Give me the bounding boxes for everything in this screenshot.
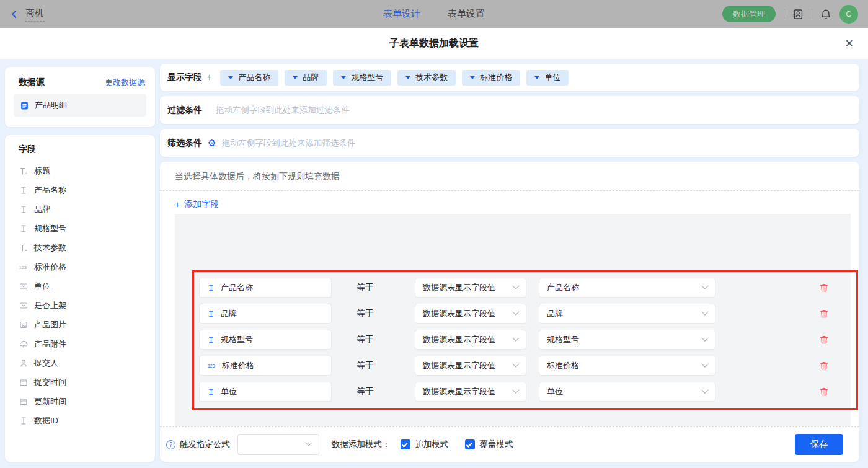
chevron-down-icon	[228, 76, 233, 79]
add-display-field-button[interactable]: +	[206, 72, 212, 83]
tab-form-design[interactable]: 表单设计	[383, 8, 420, 20]
field-item-spec-model[interactable]: 规格型号	[5, 219, 155, 238]
rule-field-input[interactable]: 123 标准价格	[199, 356, 332, 376]
screen-drop-placeholder[interactable]: 拖动左侧字段到此处来添加筛选条件	[221, 138, 355, 149]
select-field-icon	[19, 301, 28, 310]
chip-brand[interactable]: 品牌	[285, 70, 327, 86]
number-field-icon: 123	[19, 263, 28, 272]
field-item-update-time[interactable]: 更新时间	[5, 392, 155, 411]
field-item-submitter[interactable]: 提交人	[5, 353, 155, 373]
field-item-product-name[interactable]: 产品名称	[5, 180, 155, 200]
save-button[interactable]: 保存	[795, 434, 843, 455]
text-field-icon	[207, 310, 215, 318]
contacts-icon[interactable]	[792, 9, 804, 20]
field-item-on-shelf[interactable]: 是否上架	[5, 296, 155, 315]
delete-rule-trash-icon[interactable]	[819, 309, 829, 319]
datasource-panel-title: 数据源	[19, 77, 45, 88]
plus-icon: +	[175, 200, 180, 210]
rule-row: 123 标准价格 等于 数据源表显示字段值 标准价格	[194, 353, 856, 379]
text-field-icon	[19, 205, 28, 214]
overwrite-mode-checkbox[interactable]: 覆盖模式	[465, 439, 513, 450]
delete-rule-trash-icon[interactable]	[819, 335, 829, 345]
append-mode-checkbox[interactable]: 追加模式	[401, 439, 449, 450]
chip-standard-price[interactable]: 标准价格	[462, 70, 520, 86]
divider	[784, 9, 784, 19]
value-source-select[interactable]: 数据源表显示字段值	[415, 356, 526, 376]
value-source-select[interactable]: 数据源表显示字段值	[415, 278, 526, 298]
back-chevron-icon[interactable]	[10, 10, 19, 19]
filter-drop-placeholder[interactable]: 拖动左侧字段到此处来添加过滤条件	[216, 105, 350, 116]
svg-text:123: 123	[208, 364, 215, 368]
display-fields-row: 显示字段 + 产品名称 品牌 规格型号 技术参数 标准价格 单位	[160, 64, 859, 91]
source-field-select[interactable]: 标准价格	[539, 356, 715, 376]
delete-rule-trash-icon[interactable]	[819, 361, 829, 371]
chip-spec-model[interactable]: 规格型号	[333, 70, 391, 86]
field-item-title[interactable]: 标题	[5, 161, 155, 180]
field-item-data-id[interactable]: 数据ID	[5, 411, 155, 430]
change-datasource-link[interactable]: 更改数据源	[105, 77, 145, 88]
form-name[interactable]: 商机	[25, 6, 45, 22]
rule-field-input[interactable]: 品牌	[199, 304, 332, 324]
chip-tech-params[interactable]: 技术参数	[397, 70, 456, 86]
chevron-down-icon	[701, 335, 708, 342]
source-field-select[interactable]: 品牌	[539, 304, 715, 324]
image-field-icon	[19, 320, 28, 329]
user-avatar[interactable]: C	[839, 5, 858, 24]
svg-text:123: 123	[19, 265, 27, 270]
source-field-select[interactable]: 产品名称	[539, 278, 715, 298]
delete-rule-trash-icon[interactable]	[819, 387, 829, 397]
formula-select[interactable]	[237, 434, 319, 455]
rule-row: 产品名称 等于 数据源表显示字段值 产品名称	[194, 275, 856, 301]
data-manage-button[interactable]: 数据管理	[722, 6, 776, 22]
fill-rules-card: 当选择具体数据后，将按如下规则填充数据 + 添加字段 产品名称 等于 数据源表显…	[160, 162, 859, 462]
text-field-icon	[19, 186, 28, 195]
source-field-select[interactable]: 规格型号	[539, 330, 715, 350]
field-item-tech-params[interactable]: 技术参数	[5, 238, 155, 257]
delete-rule-trash-icon[interactable]	[819, 283, 829, 293]
rule-field-input[interactable]: 单位	[199, 382, 332, 402]
close-icon[interactable]: ×	[845, 37, 853, 50]
filter-condition-row: 过滤条件 拖动左侧字段到此处来添加过滤条件	[160, 96, 859, 124]
help-question-icon[interactable]: ?	[166, 440, 175, 449]
divider	[812, 9, 812, 19]
chevron-down-icon	[512, 361, 519, 368]
date-field-icon	[19, 397, 28, 406]
notification-bell-icon[interactable]	[820, 9, 831, 20]
add-field-button[interactable]: + 添加字段	[175, 199, 219, 210]
chip-product-name[interactable]: 产品名称	[220, 70, 278, 86]
field-item-standard-price[interactable]: 123 标准价格	[5, 257, 155, 276]
chevron-down-icon	[293, 76, 298, 79]
operator-label: 等于	[356, 360, 394, 371]
value-source-select[interactable]: 数据源表显示字段值	[415, 304, 526, 324]
field-item-submit-time[interactable]: 提交时间	[5, 373, 155, 392]
rule-row: 单位 等于 数据源表显示字段值 单位	[194, 379, 856, 405]
chevron-down-icon	[512, 387, 519, 394]
gear-icon[interactable]: ⚙	[208, 138, 216, 148]
trigger-formula-label: 触发指定公式	[180, 439, 230, 450]
tab-form-settings[interactable]: 表单设置	[448, 8, 485, 20]
filter-condition-label: 过滤条件	[167, 105, 202, 116]
operator-label: 等于	[356, 334, 394, 345]
rule-field-input[interactable]: 规格型号	[199, 330, 332, 350]
field-item-unit[interactable]: 单位	[5, 276, 155, 296]
chevron-down-icon	[512, 335, 519, 342]
datasource-item[interactable]: 产品明细	[14, 94, 146, 117]
chip-unit[interactable]: 单位	[526, 70, 569, 86]
source-field-select[interactable]: 单位	[539, 382, 715, 402]
fill-rules-header: 当选择具体数据后，将按如下规则填充数据	[160, 162, 859, 191]
chevron-down-icon	[512, 283, 519, 289]
operator-label: 等于	[356, 308, 394, 319]
select-field-icon	[19, 282, 28, 291]
value-source-select[interactable]: 数据源表显示字段值	[415, 382, 526, 402]
field-item-brand[interactable]: 品牌	[5, 200, 155, 219]
datasource-panel: 数据源 更改数据源 产品明细	[5, 67, 155, 127]
field-item-product-image[interactable]: 产品图片	[5, 315, 155, 334]
value-source-select[interactable]: 数据源表显示字段值	[415, 330, 526, 350]
text-field-icon	[207, 388, 215, 396]
rule-field-input[interactable]: 产品名称	[199, 278, 332, 298]
chevron-down-icon	[701, 387, 708, 394]
datasource-item-label: 产品明细	[35, 100, 67, 111]
field-item-product-attachment[interactable]: 产品附件	[5, 334, 155, 353]
chevron-down-icon	[470, 76, 475, 79]
data-add-mode-label: 数据添加模式：	[332, 439, 391, 450]
